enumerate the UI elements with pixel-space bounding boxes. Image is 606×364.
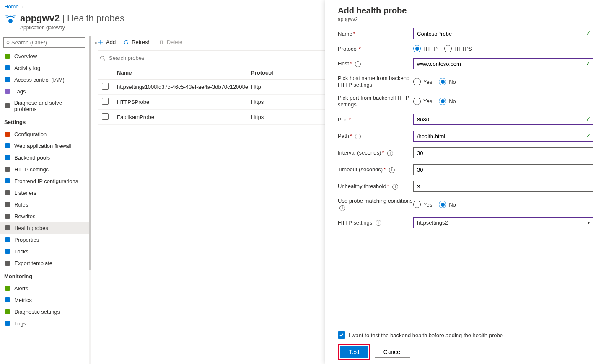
matching-no-radio[interactable]: No xyxy=(439,201,456,208)
column-name[interactable]: Name xyxy=(117,70,251,76)
pickport-yes-radio[interactable]: Yes xyxy=(413,98,432,105)
row-checkbox[interactable] xyxy=(102,83,109,90)
info-icon[interactable]: i xyxy=(387,150,393,156)
svg-line-2 xyxy=(9,43,10,44)
panel-subtitle: appgwv2 xyxy=(338,16,593,22)
trash-icon xyxy=(158,39,164,45)
probe-icon xyxy=(4,225,11,231)
breadcrumb-home[interactable]: Home xyxy=(4,3,19,10)
sidebar-item-label: Locks xyxy=(14,248,28,255)
sidebar-item-label: Diagnostic settings xyxy=(14,309,60,315)
refresh-icon xyxy=(123,39,129,45)
sidebar-item-export-template[interactable]: Export template xyxy=(0,257,89,269)
lock-icon xyxy=(4,248,11,255)
info-icon[interactable]: i xyxy=(339,205,345,211)
http-settings-select[interactable]: httpsettings2 xyxy=(413,217,593,228)
svg-rect-3 xyxy=(5,54,10,59)
sidebar-item-label: Properties xyxy=(14,237,39,243)
prop-icon xyxy=(4,236,11,243)
sidebar-item-label: Alerts xyxy=(14,285,28,292)
row-name: HTTPSProbe xyxy=(117,99,251,105)
sidebar-item-overview[interactable]: Overview xyxy=(0,50,89,62)
svg-point-0 xyxy=(8,19,13,23)
svg-rect-10 xyxy=(5,155,10,160)
sidebar-item-http-settings[interactable]: HTTP settings xyxy=(0,163,89,175)
sidebar-item-rewrites[interactable]: Rewrites xyxy=(0,210,89,222)
sidebar-item-backend-pools[interactable]: Backend pools xyxy=(0,152,89,163)
http-icon xyxy=(4,166,11,173)
sidebar-item-rules[interactable]: Rules xyxy=(0,199,89,210)
sidebar-item-label: Diagnose and solve problems xyxy=(14,100,85,112)
cancel-button[interactable]: Cancel xyxy=(375,346,411,358)
info-icon[interactable]: i xyxy=(389,167,395,173)
refresh-button[interactable]: Refresh xyxy=(123,39,151,45)
svg-rect-11 xyxy=(5,167,10,172)
host-input[interactable] xyxy=(413,58,593,69)
sidebar-item-label: Export template xyxy=(14,260,52,266)
sidebar-item-tags[interactable]: Tags xyxy=(0,85,89,97)
name-input[interactable] xyxy=(413,28,593,39)
sidebar-item-properties[interactable]: Properties xyxy=(0,234,89,245)
svg-point-24 xyxy=(101,56,104,59)
listener-icon xyxy=(4,189,11,196)
sidebar-item-label: Metrics xyxy=(14,297,32,303)
config-icon xyxy=(4,131,11,137)
svg-rect-5 xyxy=(5,77,10,82)
svg-line-25 xyxy=(104,59,105,60)
add-button[interactable]: Add xyxy=(98,39,116,45)
test-before-add-checkbox[interactable] xyxy=(338,331,345,339)
port-input[interactable] xyxy=(413,114,593,125)
diag-icon xyxy=(4,103,11,109)
matching-yes-radio[interactable]: Yes xyxy=(413,201,432,208)
pickhost-yes-radio[interactable]: Yes xyxy=(413,78,432,85)
info-icon[interactable]: i xyxy=(392,184,398,190)
timeout-input[interactable] xyxy=(413,164,593,175)
row-checkbox[interactable] xyxy=(102,113,109,120)
info-icon[interactable]: i xyxy=(355,61,361,67)
protocol-https-radio[interactable]: HTTPS xyxy=(444,45,472,52)
sidebar-item-web-application-firewall[interactable]: Web application firewall xyxy=(0,140,89,152)
interval-input[interactable] xyxy=(413,147,593,158)
pickhost-no-radio[interactable]: No xyxy=(439,78,456,85)
sidebar-item-logs[interactable]: Logs xyxy=(0,318,89,329)
protocol-http-radio[interactable]: HTTP xyxy=(413,45,438,52)
sidebar-item-listeners[interactable]: Listeners xyxy=(0,187,89,199)
path-input[interactable] xyxy=(413,131,593,142)
sidebar-item-frontend-ip-configurations[interactable]: Frontend IP configurations xyxy=(0,175,89,187)
metrics-icon xyxy=(4,297,11,303)
sidebar-item-access-control-iam-[interactable]: Access control (IAM) xyxy=(0,74,89,85)
logs-icon xyxy=(4,320,11,327)
checkmark-icon: ✓ xyxy=(586,116,591,122)
sidebar-item-label: Web application firewall xyxy=(14,143,71,149)
svg-point-1 xyxy=(7,41,9,44)
checkmark-icon: ✓ xyxy=(586,30,591,36)
row-checkbox[interactable] xyxy=(102,98,109,105)
svg-rect-4 xyxy=(5,65,10,70)
sidebar-item-label: Tags xyxy=(14,88,26,95)
info-icon[interactable]: i xyxy=(355,134,361,139)
pickport-no-radio[interactable]: No xyxy=(439,98,456,105)
search-icon xyxy=(100,55,106,61)
unhealthy-input[interactable] xyxy=(413,181,593,192)
test-button[interactable]: Test xyxy=(340,346,368,358)
sidebar-item-label: Listeners xyxy=(14,190,36,196)
sidebar-search[interactable] xyxy=(3,37,85,48)
sidebar-search-input[interactable] xyxy=(10,39,83,46)
sidebar-item-health-probes[interactable]: Health probes xyxy=(0,222,89,234)
sidebar-item-diagnose-and-solve-problems[interactable]: Diagnose and solve problems xyxy=(0,97,89,115)
sidebar-item-activity-log[interactable]: Activity log xyxy=(0,62,89,74)
frontend-icon xyxy=(4,178,11,184)
test-button-highlight: Test xyxy=(338,344,370,360)
sidebar-item-locks[interactable]: Locks xyxy=(0,245,89,257)
svg-rect-7 xyxy=(5,103,10,108)
sidebar-item-configuration[interactable]: Configuration xyxy=(0,128,89,140)
info-icon[interactable]: i xyxy=(376,220,381,226)
svg-rect-20 xyxy=(5,286,10,291)
alerts-icon xyxy=(4,285,11,292)
sidebar-item-label: Backend pools xyxy=(14,155,50,161)
sidebar-item-diagnostic-settings[interactable]: Diagnostic settings xyxy=(0,306,89,318)
scroll-indicator[interactable] xyxy=(89,36,91,270)
sidebar-item-metrics[interactable]: Metrics xyxy=(0,294,89,306)
rewrite-icon xyxy=(4,213,11,219)
sidebar-item-alerts[interactable]: Alerts xyxy=(0,282,89,294)
